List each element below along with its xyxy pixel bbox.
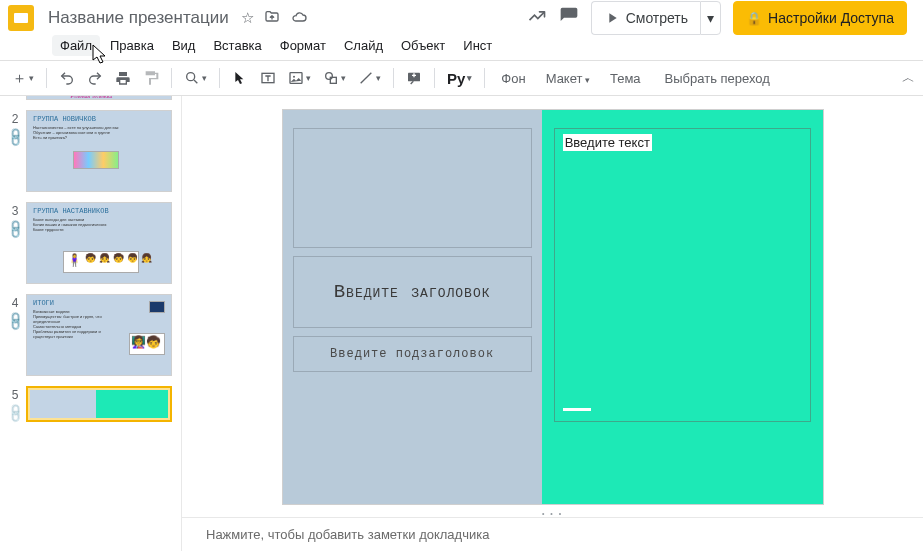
zoom-button[interactable] (180, 65, 211, 91)
body-text-placeholder[interactable]: Введите текст (554, 128, 811, 422)
textbox-tool[interactable] (256, 65, 280, 91)
move-to-folder-icon[interactable] (264, 9, 280, 28)
menu-format[interactable]: Формат (272, 35, 334, 56)
svg-point-3 (293, 76, 295, 78)
explore-icon[interactable] (527, 6, 547, 31)
paint-format-button[interactable] (139, 65, 163, 91)
notes-resize-handle[interactable]: • • • (182, 509, 923, 517)
document-title[interactable]: Название презентации (44, 6, 233, 30)
select-tool[interactable] (228, 65, 252, 91)
theme-button[interactable]: Тема (602, 71, 649, 86)
background-button[interactable]: Фон (493, 71, 533, 86)
layout-button[interactable]: Макет (538, 71, 598, 86)
svg-point-4 (326, 73, 333, 80)
transition-button[interactable]: Выбрать переход (657, 71, 778, 86)
menu-file[interactable]: Файл (52, 35, 100, 56)
svg-point-0 (187, 73, 195, 81)
menu-edit[interactable]: Правка (102, 35, 162, 56)
link-icon: 🔗 (4, 311, 26, 333)
slide-thumbnail-5[interactable] (26, 386, 172, 422)
thumbnail-panel: Ролевая тележка 2 🔗 ГРУППА НОВИЧКОВ Наст… (0, 96, 182, 551)
thumb-number: 4 (12, 296, 19, 310)
slide-thumbnail-2[interactable]: ГРУППА НОВИЧКОВ Наставничество – всте по… (26, 110, 172, 192)
image-tool[interactable] (284, 65, 315, 91)
share-label: Настройки Доступа (768, 10, 894, 26)
comments-icon[interactable] (559, 6, 579, 31)
script-tool[interactable]: Py (443, 65, 476, 91)
menu-insert[interactable]: Вставка (205, 35, 269, 56)
title-placeholder[interactable]: Введите заголовок (293, 256, 532, 328)
thumb-number: 5 (12, 388, 19, 402)
menu-bar: Файл Правка Вид Вставка Формат Слайд Объ… (0, 32, 923, 60)
present-dropdown[interactable]: ▾ (700, 1, 721, 35)
slide-canvas[interactable]: Введите заголовок Введите подзаголовок В… (182, 96, 923, 509)
toolbar: ＋ Py Фон Макет Тема Выбрать переход ︿ (0, 60, 923, 96)
menu-slide[interactable]: Слайд (336, 35, 391, 56)
body-text-label: Введите текст (563, 134, 652, 151)
speaker-notes[interactable]: Нажмите, чтобы добавить заметки докладчи… (182, 517, 923, 551)
slide-thumbnail-3[interactable]: ГРУППА НАСТАВНИКОВ Какие выгоды для наст… (26, 202, 172, 284)
share-button[interactable]: 🔒 Настройки Доступа (733, 1, 907, 35)
star-icon[interactable]: ☆ (241, 9, 254, 28)
thumb-number: 2 (12, 112, 19, 126)
collapse-toolbar-icon[interactable]: ︿ (902, 69, 915, 87)
lock-icon: 🔒 (746, 11, 762, 26)
line-tool[interactable] (354, 65, 385, 91)
link-icon: 🔗 (4, 127, 26, 149)
link-icon: 🔗 (4, 403, 26, 425)
menu-view[interactable]: Вид (164, 35, 204, 56)
undo-button[interactable] (55, 65, 79, 91)
present-label: Смотреть (626, 10, 688, 26)
subtitle-placeholder[interactable]: Введите подзаголовок (293, 336, 532, 372)
menu-tools[interactable]: Инст (455, 35, 500, 56)
thumb-number: 3 (12, 204, 19, 218)
cloud-status-icon[interactable] (290, 9, 308, 28)
new-slide-button[interactable]: ＋ (8, 65, 38, 91)
print-button[interactable] (111, 65, 135, 91)
link-icon: 🔗 (4, 219, 26, 241)
slide-thumbnail-1[interactable]: Ролевая тележка (26, 96, 172, 100)
comment-tool[interactable] (402, 65, 426, 91)
redo-button[interactable] (83, 65, 107, 91)
present-button[interactable]: Смотреть (591, 1, 700, 35)
slide-thumbnail-4[interactable]: ИТОГИ Возможные модели Преимущества: быс… (26, 294, 172, 376)
current-slide[interactable]: Введите заголовок Введите подзаголовок В… (283, 110, 823, 504)
app-logo[interactable] (8, 5, 34, 31)
shape-tool[interactable] (319, 65, 350, 91)
menu-object[interactable]: Объект (393, 35, 453, 56)
text-cursor-marker (563, 408, 591, 411)
image-placeholder[interactable] (293, 128, 532, 248)
